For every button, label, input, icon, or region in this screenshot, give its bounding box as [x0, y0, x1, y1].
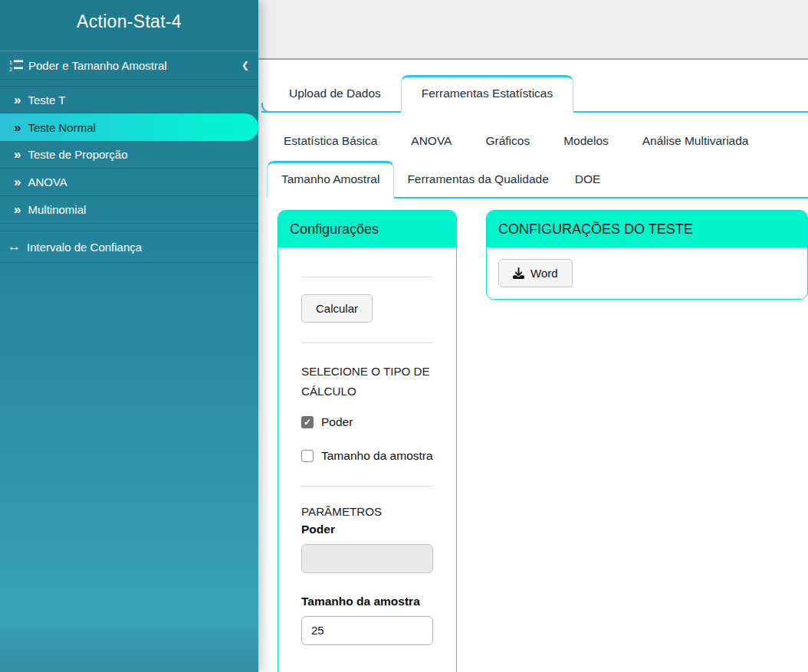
divider [301, 343, 433, 343]
tab-doe[interactable]: DOE [562, 162, 614, 197]
secondary-tabrow: Estatística Básica ANOVA Gráficos Modelo… [267, 126, 808, 156]
check-icon: ✓ [304, 417, 311, 428]
test-config-panel-body: Word [487, 247, 807, 299]
sidebar-item-anova[interactable]: » ANOVA [0, 169, 258, 196]
sidebar-menu: » Teste T » Teste Normal » Teste de Prop… [0, 86, 258, 224]
app-title: Action-Stat-4 [0, 0, 258, 43]
tab-ferramentas-da-qualidade[interactable]: Ferramentas da Qualidade [394, 162, 561, 197]
power-input[interactable] [301, 544, 433, 573]
sidebar-item-teste-t[interactable]: » Teste T [0, 86, 258, 113]
sidebar-item-teste-normal[interactable]: » Teste Normal [0, 113, 258, 141]
settings-panel-body: Calcular SELECIONE O TIPO DE CÁLCULO ✓ P… [278, 247, 456, 662]
tab-modelos[interactable]: Modelos [547, 126, 626, 156]
calculate-button-label: Calcular [316, 302, 358, 315]
calc-type-heading: SELECIONE O TIPO DE CÁLCULO [301, 362, 433, 402]
sample-size-input[interactable] [301, 616, 433, 645]
angle-double-right-icon: » [14, 175, 21, 188]
sidebar-section-label: Poder e Tamanho Amostral [28, 59, 167, 72]
tamanho-amostra-checkbox-row[interactable]: Tamanho da amostra [301, 449, 433, 463]
sample-size-field-label: Tamanho da amostra [301, 595, 433, 608]
arrows-horizontal-icon: ↔ [8, 239, 21, 254]
sidebar-item-label: Teste Normal [28, 121, 95, 134]
sidebar-item-label: Intervalo de Confiança [27, 241, 142, 254]
tab-analise-multivariada[interactable]: Análise Multivariada [626, 126, 766, 156]
test-config-panel-title: CONFIGURAÇÕES DO TESTE [487, 211, 807, 247]
word-export-button-label: Word [530, 267, 558, 280]
divider [301, 486, 433, 487]
poder-checkbox-row[interactable]: ✓ Poder [301, 415, 433, 429]
tertiary-tab-pane: Configurações Calcular SELECIONE O TIPO … [267, 198, 808, 672]
primary-tab-pane: Estatística Básica ANOVA Gráficos Modelo… [261, 113, 808, 672]
word-export-button[interactable]: Word [498, 259, 573, 287]
tab-ferramentas-estatisticas[interactable]: Ferramentas Estatísticas [401, 75, 573, 113]
svg-text:1: 1 [9, 60, 12, 65]
calculate-button[interactable]: Calcular [301, 294, 373, 323]
angle-double-right-icon: » [14, 121, 21, 134]
angle-double-right-icon: » [14, 93, 21, 107]
sidebar-item-label: ANOVA [28, 175, 67, 188]
sidebar-section-poder-tamanho[interactable]: 1 2 Poder e Tamanho Amostral ❮ [0, 51, 258, 80]
content-area: Upload de Dados Ferramentas Estatísticas… [258, 60, 808, 672]
main-content: Upload de Dados Ferramentas Estatísticas… [258, 0, 808, 672]
tab-upload-de-dados[interactable]: Upload de Dados [269, 76, 401, 111]
sidebar-item-teste-de-proporcao[interactable]: » Teste de Proporção [0, 141, 258, 169]
settings-panel-title: Configurações [278, 211, 456, 247]
download-icon [513, 267, 524, 279]
top-navbar [258, 0, 808, 60]
tab-anova[interactable]: ANOVA [394, 126, 468, 156]
test-config-panel: CONFIGURAÇÕES DO TESTE Word [486, 210, 808, 300]
poder-checkbox[interactable]: ✓ [301, 416, 314, 428]
list-ol-icon: 1 2 [9, 59, 23, 71]
divider [301, 277, 433, 277]
svg-text:2: 2 [9, 67, 12, 72]
poder-checkbox-label: Poder [321, 415, 353, 429]
power-field-label: Poder [301, 523, 433, 536]
tamanho-amostra-checkbox-label: Tamanho da amostra [321, 449, 433, 463]
primary-tabrow: Upload de Dados Ferramentas Estatísticas [261, 75, 808, 113]
tab-tamanho-amostral[interactable]: Tamanho Amostral [267, 161, 394, 198]
angle-double-right-icon: » [14, 148, 21, 161]
parameters-heading: PARÂMETROS [301, 505, 433, 518]
tab-estatistica-basica[interactable]: Estatística Básica [267, 126, 394, 156]
tab-graficos[interactable]: Gráficos [468, 126, 547, 156]
angle-double-right-icon: » [14, 203, 21, 216]
sidebar-item-multinomial[interactable]: » Multinomial [0, 196, 258, 224]
settings-panel: Configurações Calcular SELECIONE O TIPO … [278, 210, 457, 672]
chevron-left-icon[interactable]: ❮ [241, 60, 249, 70]
sidebar-item-label: Multinomial [28, 203, 86, 216]
sidebar-item-intervalo-de-confianca[interactable]: ↔ Intervalo de Confiança [0, 231, 258, 263]
sidebar: Action-Stat-4 1 2 Poder e Tamanho Amostr… [0, 0, 258, 672]
tertiary-tabrow: Tamanho Amostral Ferramentas da Qualidad… [267, 161, 808, 198]
tamanho-amostra-checkbox[interactable] [301, 450, 314, 462]
sidebar-item-label: Teste de Proporção [28, 148, 127, 161]
tabrow-edge [261, 103, 269, 113]
sidebar-item-label: Teste T [28, 93, 65, 107]
